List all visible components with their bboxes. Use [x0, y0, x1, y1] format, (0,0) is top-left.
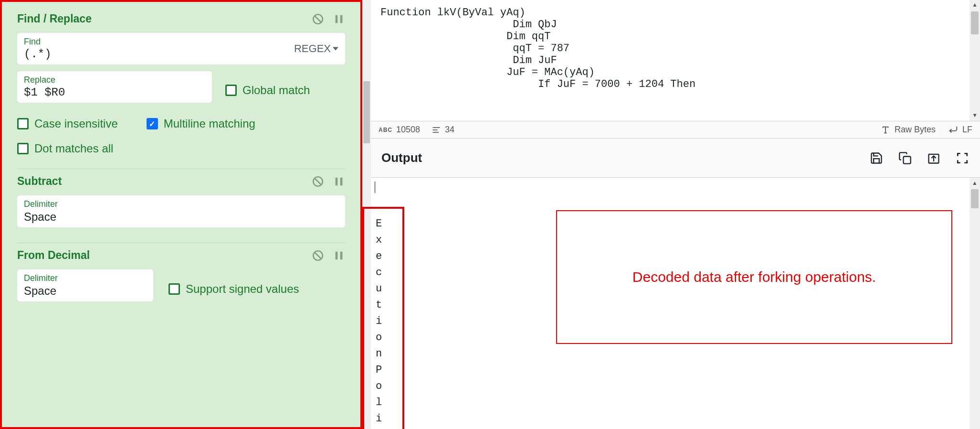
signed-values-checkbox[interactable]: Support signed values	[169, 282, 299, 296]
char-count-value: 10508	[396, 125, 420, 135]
scroll-up-icon[interactable]: ▲	[969, 0, 980, 11]
line-count: 34	[432, 125, 454, 135]
op-title-subtract: Subtract	[17, 175, 62, 188]
save-icon[interactable]	[869, 151, 884, 165]
pause-icon[interactable]	[333, 249, 345, 262]
right-panel: Function lkV(ByVal yAq) Dim QbJ Dim qqT …	[371, 0, 980, 429]
operation-subtract: Subtract Delimiter Space	[17, 175, 345, 243]
scroll-up-icon[interactable]: ▲	[969, 178, 980, 188]
move-to-input-icon[interactable]	[927, 151, 941, 165]
checkbox-icon	[225, 85, 237, 96]
svg-rect-6	[336, 177, 338, 185]
case-insensitive-label: Case insensitive	[34, 117, 118, 130]
find-label: Find	[24, 37, 338, 47]
splitter-thumb[interactable]	[363, 81, 370, 143]
fullscreen-icon[interactable]	[955, 151, 969, 165]
op-title-from-decimal: From Decimal	[17, 249, 90, 262]
scroll-thumb[interactable]	[971, 189, 979, 208]
fromdecimal-delimiter-label: Delimiter	[24, 273, 147, 283]
line-ending-toggle[interactable]: LF	[948, 125, 972, 135]
lines-icon	[432, 125, 441, 135]
subtract-delimiter-value: Space	[24, 210, 338, 224]
svg-rect-10	[336, 251, 338, 259]
regex-label: REGEX	[294, 43, 331, 55]
text-icon	[880, 125, 891, 135]
input-scrollbar[interactable]: ▲ ▼	[969, 0, 980, 121]
text-cursor	[375, 182, 375, 193]
scroll-thumb[interactable]	[971, 11, 979, 34]
fromdecimal-delimiter-value: Space	[24, 284, 147, 298]
raw-bytes-toggle[interactable]: Raw Bytes	[880, 125, 936, 135]
subtract-delimiter-input[interactable]: Delimiter Space	[17, 195, 345, 227]
checkbox-icon	[169, 283, 180, 295]
operation-find-replace: Find / Replace Find (.*) REGEX	[17, 12, 345, 169]
char-count: ABC 10508	[379, 125, 420, 135]
disable-icon[interactable]	[312, 13, 324, 25]
svg-rect-2	[336, 15, 338, 23]
checkbox-checked-icon: ✓	[147, 118, 158, 129]
copy-icon[interactable]	[898, 151, 912, 165]
scroll-down-icon[interactable]: ▼	[969, 110, 980, 121]
svg-line-1	[315, 15, 321, 22]
replace-value: $1 $R0	[24, 86, 205, 99]
disable-icon[interactable]	[312, 175, 324, 188]
output-title: Output	[381, 150, 422, 165]
regex-dropdown[interactable]: REGEX	[294, 43, 338, 55]
find-input[interactable]: Find (.*) REGEX	[17, 33, 345, 64]
signed-values-label: Support signed values	[186, 282, 299, 296]
svg-rect-11	[340, 251, 343, 259]
abc-icon: ABC	[379, 127, 392, 133]
input-code-text: Function lkV(ByVal yAq) Dim QbJ Dim qqT …	[380, 7, 695, 90]
pause-icon[interactable]	[333, 175, 345, 188]
return-icon	[948, 125, 959, 135]
svg-line-5	[315, 178, 321, 184]
chevron-down-icon	[333, 47, 338, 51]
raw-bytes-label: Raw Bytes	[895, 125, 936, 135]
panel-splitter[interactable]	[362, 0, 371, 429]
line-ending-label: LF	[962, 125, 972, 135]
input-code-area[interactable]: Function lkV(ByVal yAq) Dim QbJ Dim qqT …	[371, 0, 980, 121]
decoded-output-text: - E x e c u t i o n P o l i	[376, 200, 383, 427]
output-scrollbar[interactable]: ▲	[969, 178, 980, 429]
global-match-label: Global match	[242, 84, 310, 97]
line-count-value: 34	[445, 125, 454, 135]
multiline-label: Multiline matching	[164, 117, 255, 130]
replace-input[interactable]: Replace $1 $R0	[17, 71, 212, 103]
output-header: Output	[371, 139, 980, 178]
svg-line-9	[315, 252, 321, 258]
disable-icon[interactable]	[312, 249, 324, 262]
operation-from-decimal: From Decimal Delimiter Space S	[17, 249, 345, 317]
fromdecimal-delimiter-input[interactable]: Delimiter Space	[17, 269, 153, 301]
svg-rect-7	[340, 177, 343, 185]
find-value: (.*)	[24, 48, 338, 61]
dotall-label: Dot matches all	[34, 142, 113, 155]
multiline-checkbox[interactable]: ✓ Multiline matching	[147, 117, 255, 130]
op-title-find-replace: Find / Replace	[17, 12, 92, 25]
subtract-delimiter-label: Delimiter	[24, 199, 338, 209]
pause-icon[interactable]	[333, 13, 345, 25]
dotall-checkbox[interactable]: Dot matches all	[17, 142, 113, 155]
checkbox-icon	[17, 143, 29, 154]
input-status-bar: ABC 10508 34 Raw Bytes LF	[371, 121, 980, 139]
output-body[interactable]: - E x e c u t i o n P o l i ▲	[371, 178, 980, 429]
case-insensitive-checkbox[interactable]: Case insensitive	[17, 117, 118, 130]
svg-rect-15	[904, 156, 911, 163]
svg-rect-3	[340, 15, 343, 23]
global-match-checkbox[interactable]: Global match	[225, 84, 310, 97]
recipe-panel: Find / Replace Find (.*) REGEX	[0, 0, 362, 429]
replace-label: Replace	[24, 75, 205, 85]
checkbox-icon	[17, 118, 29, 129]
